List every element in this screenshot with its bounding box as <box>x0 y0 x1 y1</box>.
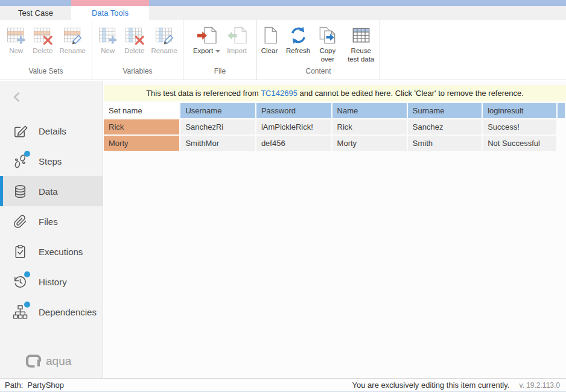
valueset-delete-icon <box>33 25 52 45</box>
collapse-sidebar-icon[interactable] <box>11 90 24 104</box>
path-value: PartyShop <box>27 381 64 390</box>
group-label-variables: Variables <box>92 67 183 80</box>
valueset-new-icon <box>6 25 26 45</box>
column-header-username[interactable]: Username <box>180 103 255 118</box>
button-label: New <box>9 47 23 55</box>
notification-dot <box>24 151 30 157</box>
export-icon <box>197 25 217 45</box>
ribbon-group-value-sets: New Delete Rename Value Sets <box>0 20 92 80</box>
button-label: Refresh <box>286 47 310 55</box>
valueset-rename-button[interactable]: Rename <box>57 24 87 57</box>
sidebar-item-label: History <box>39 277 67 287</box>
sidebar-item-files[interactable]: Files <box>0 206 103 236</box>
sidebar-item-label: Executions <box>39 247 83 257</box>
button-label: Rename <box>151 47 177 55</box>
variable-rename-button[interactable]: Rename <box>148 24 179 57</box>
variable-delete-button[interactable]: Delete <box>122 24 147 57</box>
column-header-surname[interactable]: Surname <box>408 103 482 118</box>
copy-over-button[interactable]: Copy over <box>314 24 340 65</box>
sidebar-item-label: Details <box>39 126 66 136</box>
group-label-value-sets: Value Sets <box>0 67 92 80</box>
column-header-name[interactable]: Name <box>332 103 407 118</box>
database-icon <box>12 183 28 200</box>
sidebar-item-dependencies[interactable]: Dependencies <box>0 297 103 327</box>
referenced-testcase-link[interactable]: TC142695 <box>261 89 297 98</box>
aqua-test-case-window: Test Case Data Tools New Delete Rename V… <box>0 0 566 392</box>
table-cell[interactable]: Smith <box>408 136 482 151</box>
dropdown-caret-icon <box>215 49 220 53</box>
variable-new-button[interactable]: New <box>95 24 120 57</box>
status-bar: Path: PartyShop You are exclusively edit… <box>0 378 566 391</box>
variable-delete-icon <box>124 25 144 45</box>
footsteps-icon <box>12 153 28 169</box>
sidebar-item-label: Data <box>39 186 58 197</box>
table-cell[interactable]: SanchezRi <box>180 119 255 134</box>
banner-text: This test data is referenced from <box>146 89 261 98</box>
sidebar-item-label: Steps <box>39 156 62 166</box>
sidebar-item-label: Dependencies <box>39 307 97 317</box>
sidebar: Details Steps <box>0 81 103 379</box>
tab-data-tools[interactable]: Data Tools <box>71 6 149 20</box>
editing-status-message: You are exclusively editing this item cu… <box>352 381 510 390</box>
ribbon-empty-area <box>380 20 566 80</box>
ribbon: New Delete Rename Value Sets New <box>0 20 566 80</box>
tab-test-case[interactable]: Test Case <box>0 6 71 20</box>
table-cell[interactable]: SmithMor <box>180 136 255 151</box>
notification-dot <box>24 271 30 277</box>
button-label: Export <box>193 47 213 55</box>
notification-dot <box>24 302 30 308</box>
button-label: Delete <box>124 47 144 55</box>
ribbon-tab-bar: Test Case Data Tools <box>0 6 566 20</box>
column-header-loginresult[interactable]: loginresult <box>483 103 556 118</box>
button-label: Rename <box>59 47 85 55</box>
active-tab-accent <box>71 0 149 6</box>
table-cell[interactable]: Success! <box>483 119 556 134</box>
valueset-rename-icon <box>63 25 83 45</box>
table-header-row: Set name Username Password Name Surname … <box>104 103 565 118</box>
table-row: Rick SanchezRi iAmPickleRick! Rick Sanch… <box>104 119 565 134</box>
aqua-logo: aqua <box>25 353 71 369</box>
ribbon-group-content: Clear Refresh <box>256 20 380 80</box>
export-button[interactable]: Export <box>191 24 223 57</box>
variable-new-icon <box>98 25 118 45</box>
button-label: Reuse test data <box>345 47 377 63</box>
set-name-cell[interactable]: Rick <box>104 119 179 134</box>
table-row: Morty SmithMor def456 Morty Smith Not Su… <box>104 136 565 151</box>
paperclip-icon <box>12 213 28 230</box>
sidebar-item-steps[interactable]: Steps <box>0 146 103 176</box>
aqua-logo-icon <box>25 353 42 369</box>
aqua-logo-text: aqua <box>46 355 71 368</box>
import-button[interactable]: Import <box>224 24 249 57</box>
table-cell[interactable]: Sanchez <box>408 119 482 134</box>
table-cell-stub <box>558 119 565 134</box>
org-chart-icon <box>12 304 28 320</box>
copy-over-icon <box>317 25 337 45</box>
valueset-new-button[interactable]: New <box>4 24 28 57</box>
ribbon-group-variables: New Delete Rename Variables <box>92 20 183 80</box>
refresh-button[interactable]: Refresh <box>284 24 313 57</box>
ribbon-group-file: Export Import File <box>183 20 256 80</box>
reuse-test-data-button[interactable]: Reuse test data <box>342 24 380 65</box>
column-header-set-name[interactable]: Set name <box>104 103 179 118</box>
group-label-file: File <box>183 67 256 80</box>
sidebar-item-data[interactable]: Data <box>0 176 103 206</box>
sidebar-item-details[interactable]: Details <box>0 116 103 146</box>
banner-text: and cannot be edited here. Click 'Clear'… <box>297 89 524 98</box>
set-name-cell[interactable]: Morty <box>104 136 179 151</box>
test-data-table: Set name Username Password Name Surname … <box>104 102 566 152</box>
variable-rename-icon <box>154 25 174 45</box>
data-panel: This test data is referenced from TC1426… <box>104 81 566 379</box>
table-cell[interactable]: def456 <box>256 136 331 151</box>
column-header-password[interactable]: Password <box>256 103 331 118</box>
button-label: New <box>101 47 115 55</box>
table-cell[interactable]: Rick <box>332 119 407 134</box>
button-label: Delete <box>33 47 52 55</box>
clear-button[interactable]: Clear <box>257 24 282 57</box>
sidebar-item-history[interactable]: History <box>0 267 103 297</box>
table-cell[interactable]: Not Successful <box>483 136 556 151</box>
sidebar-item-executions[interactable]: Executions <box>0 236 103 267</box>
table-cell[interactable]: Morty <box>332 136 407 151</box>
import-icon <box>227 25 247 45</box>
valueset-delete-button[interactable]: Delete <box>30 24 55 57</box>
table-cell[interactable]: iAmPickleRick! <box>256 119 331 134</box>
